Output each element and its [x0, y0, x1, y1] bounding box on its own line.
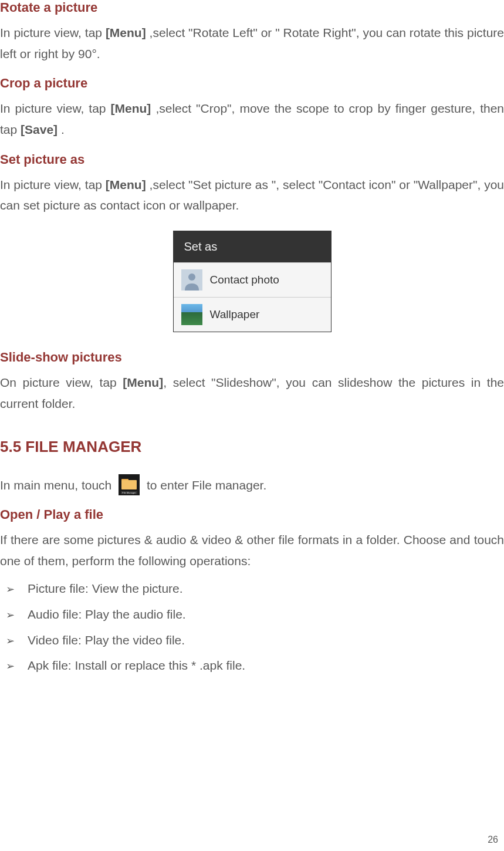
file-manager-icon: File Manager	[119, 474, 140, 495]
list-item: ➢ Audio file: Play the audio file.	[6, 604, 504, 625]
open-file-body: If there are some pictures & audio & vid…	[0, 529, 504, 571]
dialog-option-wallpaper: Wallpaper	[174, 297, 331, 332]
list-item: ➢ Apk file: Install or replace this * .a…	[6, 655, 504, 676]
wallpaper-icon	[181, 303, 203, 326]
list-text: Audio file: Play the audio file.	[28, 604, 186, 625]
dialog-option-label: Contact photo	[210, 273, 279, 286]
set-as-body: In picture view, tap [Menu] ,select "Set…	[0, 174, 504, 216]
svg-rect-4	[121, 480, 137, 489]
svg-text:File Manager: File Manager	[122, 491, 136, 494]
bullet-icon: ➢	[6, 583, 15, 596]
file-manager-intro: In main menu, touch File Manager to ente…	[0, 474, 504, 495]
text-part: .	[57, 123, 65, 136]
slideshow-heading: Slide-show pictures	[0, 350, 504, 365]
slideshow-body: On picture view, tap [Menu], select "Sli…	[0, 372, 504, 414]
bullet-icon: ➢	[6, 609, 15, 622]
text-part: In picture view, tap	[0, 26, 106, 39]
bullet-icon: ➢	[6, 660, 15, 673]
crop-body: In picture view, tap [Menu] ,select "Cro…	[0, 98, 504, 140]
rotate-body: In picture view, tap [Menu] ,select "Rot…	[0, 22, 504, 64]
menu-keyword: [Menu]	[106, 26, 146, 39]
menu-keyword: [Menu]	[106, 178, 146, 191]
rotate-heading: Rotate a picture	[0, 0, 504, 15]
dialog-option-label: Wallpaper	[210, 308, 260, 321]
set-as-dialog-screenshot: Set as Contact photo Wallpaper	[0, 231, 504, 332]
list-text: Picture file: View the picture.	[28, 578, 183, 599]
menu-keyword: [Menu]	[123, 376, 163, 389]
set-as-heading: Set picture as	[0, 152, 504, 167]
save-keyword: [Save]	[21, 123, 57, 136]
contact-photo-icon	[181, 269, 203, 291]
file-manager-section-heading: 5.5 FILE MANAGER	[0, 438, 504, 456]
text-part: In main menu, touch	[0, 478, 115, 491]
dialog-title: Set as	[174, 231, 331, 262]
bullet-icon: ➢	[6, 634, 15, 647]
list-item: ➢ Video file: Play the video file.	[6, 630, 504, 651]
text-part: to enter File manager.	[147, 478, 266, 491]
crop-heading: Crop a picture	[0, 76, 504, 91]
text-part: On picture view, tap	[0, 376, 123, 389]
list-item: ➢ Picture file: View the picture.	[6, 578, 504, 599]
dialog-option-contact: Contact photo	[174, 262, 331, 297]
menu-keyword: [Menu]	[111, 102, 151, 115]
list-text: Apk file: Install or replace this * .apk…	[28, 655, 245, 676]
svg-point-1	[188, 273, 195, 281]
text-part: In picture view, tap	[0, 102, 111, 115]
list-text: Video file: Play the video file.	[28, 630, 185, 651]
text-part: In picture view, tap	[0, 178, 106, 191]
open-file-heading: Open / Play a file	[0, 507, 504, 522]
